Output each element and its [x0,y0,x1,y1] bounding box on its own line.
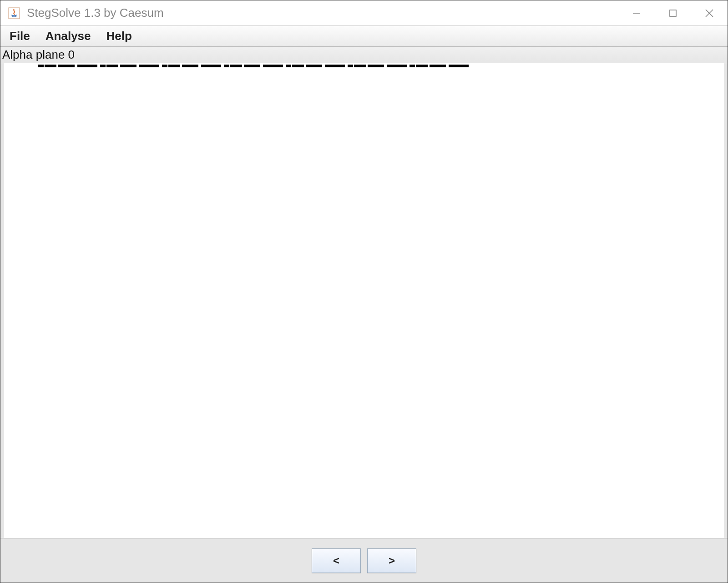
plane-label-row: Alpha plane 0 [0,47,728,63]
close-button[interactable] [691,0,728,25]
window-controls [618,0,728,25]
window-title: StegSolve 1.3 by Caesum [27,6,164,20]
next-plane-button[interactable]: > [367,548,416,573]
current-plane-label: Alpha plane 0 [2,48,75,62]
titlebar: StegSolve 1.3 by Caesum [0,0,728,26]
menu-analyse[interactable]: Analyse [42,27,95,45]
menubar: File Analyse Help [0,26,728,47]
minimize-button[interactable] [618,0,655,25]
image-viewport [0,63,728,538]
svg-rect-2 [670,10,676,16]
menu-help[interactable]: Help [103,27,136,45]
prev-plane-button[interactable]: < [312,548,361,573]
plane-canvas [4,63,724,538]
java-icon [8,7,20,20]
menu-file[interactable]: File [6,27,34,45]
nav-footer: < > [0,538,728,583]
image-data-artifact [38,65,470,67]
maximize-button[interactable] [655,0,691,25]
app-window: StegSolve 1.3 by Caesum File Analyse Hel… [0,0,728,583]
